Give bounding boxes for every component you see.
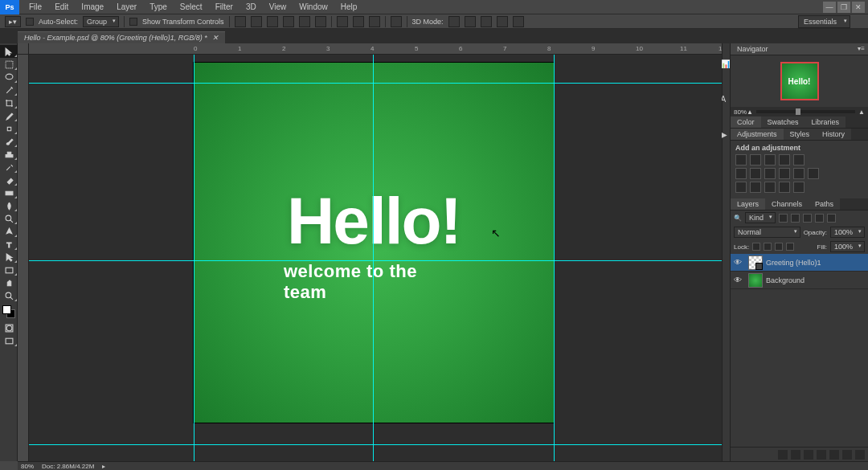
filter-smart-icon[interactable] — [827, 214, 836, 223]
new-fill-layer-icon[interactable] — [817, 450, 826, 460]
align-left-icon[interactable] — [283, 16, 294, 27]
menu-filter[interactable]: Filter — [209, 1, 240, 13]
menu-type[interactable]: Type — [143, 1, 174, 13]
lock-position-icon[interactable] — [775, 243, 783, 251]
navigator-thumbnail[interactable]: Hello! — [780, 62, 819, 100]
channels-tab[interactable]: Channels — [765, 198, 809, 210]
filter-adjust-icon[interactable] — [791, 214, 800, 223]
pen-tool[interactable] — [0, 225, 18, 238]
eyedropper-tool[interactable] — [0, 109, 18, 122]
3d-pan-icon[interactable] — [481, 16, 492, 27]
selective-color-icon[interactable] — [793, 182, 805, 193]
hand-tool[interactable] — [0, 276, 18, 289]
paths-tab[interactable]: Paths — [809, 198, 840, 210]
zoom-level[interactable]: 80% — [21, 463, 34, 470]
lock-pixels-icon[interactable] — [764, 243, 772, 251]
menu-layer[interactable]: Layer — [110, 1, 143, 13]
horizontal-ruler[interactable]: 0 1 2 3 4 5 6 7 8 9 10 11 12 — [29, 43, 722, 55]
guide-horizontal[interactable] — [29, 444, 722, 445]
maximize-button[interactable]: ❐ — [837, 2, 850, 13]
canvas-viewport[interactable]: Hello! welcome to the team ↖ — [29, 55, 722, 461]
levels-icon[interactable] — [750, 154, 761, 166]
screen-mode-tool[interactable] — [0, 334, 18, 347]
zoom-tool[interactable] — [0, 289, 18, 302]
menu-edit[interactable]: Edit — [48, 1, 75, 13]
type-tool[interactable]: T — [0, 238, 18, 251]
filter-shape-icon[interactable] — [815, 214, 824, 223]
menu-window[interactable]: Window — [293, 1, 334, 13]
canvas-area[interactable]: 0 1 2 3 4 5 6 7 8 9 10 11 12 Hello! welc… — [18, 43, 722, 461]
align-top-icon[interactable] — [235, 16, 246, 27]
quick-mask-tool[interactable] — [0, 321, 18, 334]
document-size[interactable]: Doc: 2.86M/4.22M — [42, 463, 94, 470]
app-logo[interactable]: Ps — [0, 0, 19, 14]
styles-tab[interactable]: Styles — [784, 129, 817, 140]
align-vcenter-icon[interactable] — [251, 16, 262, 27]
opacity-input[interactable]: 100% — [830, 227, 865, 238]
delete-layer-icon[interactable] — [855, 450, 865, 460]
swatches-tab[interactable]: Swatches — [761, 116, 805, 128]
shape-tool[interactable] — [0, 264, 18, 276]
hue-sat-icon[interactable] — [735, 168, 747, 179]
distribute-v-icon[interactable] — [353, 16, 364, 27]
new-group-icon[interactable] — [829, 450, 839, 460]
layer-filter-type[interactable]: Kind — [745, 212, 776, 223]
foreground-color[interactable] — [2, 305, 11, 314]
close-tab-icon[interactable]: ✕ — [212, 34, 219, 42]
exposure-icon[interactable] — [779, 154, 790, 166]
guide-vertical[interactable] — [373, 55, 374, 461]
align-right-icon[interactable] — [315, 16, 326, 27]
threshold-icon[interactable] — [764, 182, 776, 193]
layer-mask-icon[interactable] — [804, 450, 813, 460]
3d-scale-icon[interactable] — [513, 16, 524, 27]
libraries-tab[interactable]: Libraries — [805, 116, 846, 128]
menu-select[interactable]: Select — [174, 1, 209, 13]
new-layer-icon[interactable] — [842, 450, 852, 460]
bw-icon[interactable] — [764, 168, 776, 179]
tool-preset-picker[interactable]: ▸▾ — [5, 16, 21, 27]
layer-visibility-icon[interactable]: 👁 — [731, 276, 745, 284]
panel-menu-icon[interactable]: ▾≡ — [854, 45, 868, 53]
history-brush-tool[interactable] — [0, 161, 18, 174]
guide-vertical[interactable] — [194, 55, 194, 461]
layer-item[interactable]: 👁 Greeting (Hello)1 — [731, 254, 868, 272]
marquee-tool[interactable] — [0, 58, 18, 71]
workspace-switcher[interactable]: Essentials — [798, 15, 850, 28]
layers-tab[interactable]: Layers — [731, 198, 765, 210]
lock-all-icon[interactable] — [786, 243, 794, 251]
filter-type-icon[interactable] — [803, 214, 812, 223]
3d-roll-icon[interactable] — [465, 16, 476, 27]
guide-vertical[interactable] — [554, 55, 555, 461]
layer-fx-icon[interactable] — [791, 450, 800, 460]
magic-wand-tool[interactable] — [0, 84, 18, 96]
layer-name[interactable]: Background — [766, 276, 805, 284]
invert-icon[interactable] — [735, 182, 747, 193]
layer-visibility-icon[interactable]: 👁 — [731, 258, 745, 267]
close-button[interactable]: ✕ — [852, 2, 865, 13]
path-selection-tool[interactable] — [0, 251, 18, 264]
layer-item[interactable]: 👁 Background — [731, 272, 868, 289]
align-hcenter-icon[interactable] — [299, 16, 310, 27]
3d-rotate-icon[interactable] — [448, 16, 460, 27]
zoom-out-icon[interactable]: ▲ — [747, 108, 753, 116]
color-swatches[interactable] — [2, 305, 15, 318]
guide-horizontal[interactable] — [29, 260, 722, 261]
minimize-button[interactable]: — — [823, 2, 836, 13]
gradient-tool[interactable] — [0, 186, 18, 199]
dodge-tool[interactable] — [0, 212, 18, 225]
vibrance-icon[interactable] — [793, 154, 805, 166]
color-balance-icon[interactable] — [750, 168, 761, 179]
color-lookup-icon[interactable] — [808, 168, 819, 179]
lock-transparency-icon[interactable] — [752, 243, 760, 251]
auto-align-icon[interactable] — [391, 16, 402, 27]
navigator-tab[interactable]: Navigator ▾≡ — [731, 43, 868, 55]
menu-view[interactable]: View — [263, 1, 293, 13]
history-tab[interactable]: History — [816, 129, 851, 140]
menu-file[interactable]: File — [23, 1, 48, 13]
posterize-icon[interactable] — [750, 182, 761, 193]
photo-filter-icon[interactable] — [779, 168, 790, 179]
distribute-space-icon[interactable] — [369, 16, 380, 27]
color-tab[interactable]: Color — [731, 116, 761, 128]
distribute-h-icon[interactable] — [337, 16, 348, 27]
auto-select-target[interactable]: Group — [83, 16, 119, 27]
